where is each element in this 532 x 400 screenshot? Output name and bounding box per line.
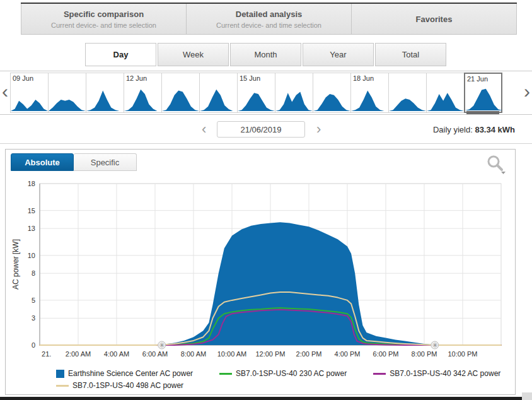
day-thumbnail[interactable]: 21 Jun — [464, 73, 502, 113]
legend-item: SB7.0-1SP-US-40 230 AC power — [219, 369, 347, 378]
day-thumbnail[interactable] — [199, 73, 238, 113]
svg-text:6:00 AM: 6:00 AM — [142, 350, 168, 358]
svg-text:0: 0 — [32, 341, 35, 349]
day-thumbnail[interactable] — [426, 73, 465, 113]
chart-legend: Earthshine Science Center AC powerSB7.0-… — [56, 369, 527, 393]
mini-day-chart — [200, 86, 237, 112]
tab-specific-comparison[interactable]: Specific comparison Current device- and … — [21, 4, 186, 34]
mini-day-chart — [427, 86, 464, 112]
thumbnail-date-label: 12 Jun — [126, 74, 147, 82]
day-thumbnail[interactable] — [275, 73, 313, 113]
tab-title: Specific comparison — [64, 9, 144, 19]
tab-total[interactable]: Total — [375, 43, 446, 66]
svg-text:4:00 PM: 4:00 PM — [335, 350, 361, 358]
svg-text:8:00 PM: 8:00 PM — [412, 350, 437, 358]
mini-day-chart — [162, 86, 199, 112]
tab-subtitle: Current device- and time selection — [51, 21, 156, 29]
tab-title: Detailed analysis — [236, 9, 303, 19]
mini-day-chart — [351, 86, 388, 112]
tab-specific[interactable]: Specific — [74, 153, 137, 171]
mini-day-chart — [275, 86, 313, 112]
thumbnail-date-label: 15 Jun — [240, 74, 260, 82]
section-divider — [0, 143, 532, 144]
svg-text:21.: 21. — [42, 350, 51, 358]
legend-swatch — [373, 373, 386, 375]
legend-swatch — [56, 385, 69, 387]
bottom-border — [0, 397, 522, 400]
day-thumbnail[interactable] — [161, 73, 200, 113]
sun-marker-icon: ✳ — [159, 341, 165, 349]
legend-label: SB7.0-1SP-US-40 498 AC power — [72, 381, 183, 390]
mini-day-chart — [313, 86, 350, 112]
strip-scroll-right-icon[interactable]: › — [524, 79, 530, 104]
mini-day-chart — [86, 86, 124, 112]
tab-detailed-analysis[interactable]: Detailed analysis Current device- and ti… — [186, 4, 351, 34]
thumbnail-strip-items: 09 Jun12 Jun15 Jun18 Jun21 Jun — [11, 73, 502, 113]
day-thumbnail[interactable]: 12 Jun — [124, 73, 162, 113]
legend-label: SB7.0-1SP-US-40 230 AC power — [236, 369, 347, 378]
svg-text:10:00 PM: 10:00 PM — [448, 350, 477, 358]
svg-text:13: 13 — [28, 225, 35, 232]
tab-week[interactable]: Week — [158, 43, 229, 66]
svg-text:10:00 AM: 10:00 AM — [217, 350, 246, 358]
zoom-icon[interactable] — [486, 155, 506, 177]
svg-text:15: 15 — [28, 207, 35, 215]
day-thumbnail[interactable] — [86, 73, 124, 113]
mini-day-chart — [124, 86, 161, 112]
mini-day-chart — [465, 85, 502, 112]
day-thumbnail[interactable]: 09 Jun — [10, 73, 49, 113]
thumbnail-date-label: 18 Jun — [353, 74, 374, 82]
day-thumbnail[interactable]: 15 Jun — [237, 73, 275, 113]
scrollbar-corner — [522, 392, 532, 400]
legend-swatch — [219, 373, 232, 375]
legend-item: SB7.0-1SP-US-40 342 AC power — [373, 369, 500, 378]
day-thumbnail-strip: ‹ 09 Jun12 Jun15 Jun18 Jun21 Jun › — [0, 71, 532, 115]
mini-day-chart — [238, 86, 275, 112]
daily-yield-label: Daily yield: — [433, 125, 473, 134]
tab-subtitle: Current device- and time selection — [216, 21, 321, 29]
tab-year[interactable]: Year — [303, 43, 374, 66]
thumbnail-date-label: 21 Jun — [467, 75, 488, 83]
strip-scrollbar-thumb[interactable] — [466, 111, 499, 114]
date-input[interactable] — [217, 121, 305, 138]
next-day-icon[interactable]: › — [316, 121, 321, 138]
tab-absolute[interactable]: Absolute — [11, 153, 74, 171]
svg-text:5: 5 — [32, 297, 35, 304]
svg-text:4:00 AM: 4:00 AM — [104, 350, 129, 358]
view-mode-tabs: Absolute Specific — [11, 153, 137, 171]
mini-day-chart — [11, 86, 48, 112]
tab-favorites[interactable]: Favorites — [351, 4, 517, 34]
previous-day-icon[interactable]: ‹ — [202, 121, 206, 138]
legend-item: Earthshine Science Center AC power — [56, 369, 193, 378]
legend-item: SB7.0-1SP-US-40 498 AC power — [56, 381, 183, 390]
tab-month[interactable]: Month — [230, 43, 301, 66]
thumbnail-date-label: 09 Jun — [13, 74, 33, 82]
svg-text:18: 18 — [28, 180, 35, 187]
tab-day[interactable]: Day — [85, 43, 156, 66]
main-nav-tabs: Specific comparison Current device- and … — [21, 3, 517, 35]
day-thumbnail[interactable] — [388, 73, 427, 113]
svg-text:2:00 PM: 2:00 PM — [296, 350, 322, 358]
svg-text:8: 8 — [32, 269, 35, 277]
svg-text:8:00 AM: 8:00 AM — [181, 350, 206, 358]
mini-day-chart — [49, 86, 86, 112]
day-thumbnail[interactable] — [48, 73, 86, 113]
svg-text:10: 10 — [28, 252, 35, 259]
svg-text:12:00 PM: 12:00 PM — [255, 350, 285, 358]
day-thumbnail[interactable] — [313, 73, 351, 113]
legend-label: Earthshine Science Center AC power — [68, 369, 193, 378]
svg-text:6:00 PM: 6:00 PM — [373, 350, 399, 358]
daily-yield: Daily yield: 83.34 kWh — [433, 125, 515, 134]
daily-yield-value: 83.34 kWh — [475, 125, 515, 134]
svg-text:AC power [kW]: AC power [kW] — [11, 239, 20, 290]
day-thumbnail[interactable]: 18 Jun — [350, 73, 389, 113]
svg-text:2:00 AM: 2:00 AM — [66, 350, 91, 358]
period-tabs: DayWeekMonthYearTotal — [85, 43, 446, 66]
mini-day-chart — [389, 86, 426, 112]
strip-scroll-left-icon[interactable]: ‹ — [2, 79, 8, 104]
svg-text:3: 3 — [32, 314, 35, 322]
legend-swatch — [56, 370, 64, 378]
main-chart-svg: 03581013151821.2:00 AM4:00 AM6:00 AM8:00… — [9, 177, 511, 368]
legend-label: SB7.0-1SP-US-40 342 AC power — [390, 369, 500, 378]
sun-marker-icon: ✳ — [432, 341, 437, 349]
